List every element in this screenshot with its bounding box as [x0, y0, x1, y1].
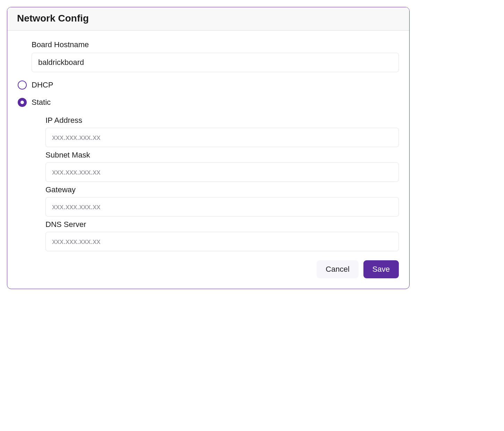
save-button[interactable]: Save — [363, 260, 399, 278]
static-radio-label: Static — [32, 98, 51, 107]
dns-label: DNS Server — [45, 220, 399, 229]
ip-field: IP Address — [45, 116, 399, 147]
dns-input[interactable] — [45, 232, 399, 251]
dhcp-radio-row[interactable]: DHCP — [18, 81, 399, 90]
hostname-input[interactable] — [32, 53, 399, 72]
radio-unchecked-icon — [18, 81, 27, 90]
radio-checked-icon — [18, 98, 27, 107]
panel-header: Network Config — [7, 7, 409, 31]
static-fields-group: IP Address Subnet Mask Gateway DNS Serve… — [18, 116, 399, 251]
ip-label: IP Address — [45, 116, 399, 125]
ip-input[interactable] — [45, 128, 399, 147]
dhcp-radio-label: DHCP — [32, 81, 53, 90]
gateway-field: Gateway — [45, 185, 399, 217]
cancel-button[interactable]: Cancel — [317, 260, 358, 278]
panel-body: Board Hostname DHCP Static IP Address Su… — [7, 31, 409, 289]
hostname-label: Board Hostname — [32, 40, 399, 49]
gateway-input[interactable] — [45, 197, 399, 217]
gateway-label: Gateway — [45, 185, 399, 194]
subnet-input[interactable] — [45, 162, 399, 182]
panel-title: Network Config — [17, 13, 400, 24]
network-config-panel: Network Config Board Hostname DHCP Stati… — [7, 7, 410, 289]
button-row: Cancel Save — [18, 260, 399, 278]
dns-field: DNS Server — [45, 220, 399, 251]
subnet-field: Subnet Mask — [45, 151, 399, 182]
subnet-label: Subnet Mask — [45, 151, 399, 160]
hostname-field-group: Board Hostname — [18, 40, 399, 72]
static-radio-row[interactable]: Static — [18, 98, 399, 107]
